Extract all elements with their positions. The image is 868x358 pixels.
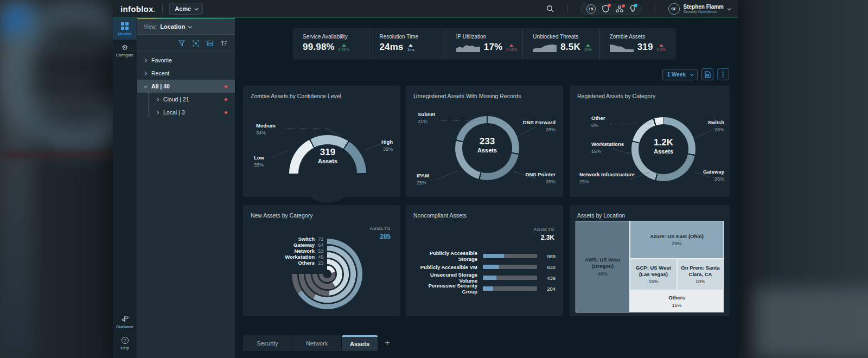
trend-up-icon [509, 44, 514, 47]
image-view-icon[interactable] [207, 40, 213, 47]
nav-label: Help [120, 346, 129, 350]
org-selector[interactable]: Acme [169, 3, 203, 15]
shield-icon[interactable] [602, 5, 609, 12]
time-range-select[interactable]: 1 Week [662, 69, 698, 80]
sort-icon[interactable] [221, 40, 227, 47]
tree-item-cloud[interactable]: Cloud | 21 [137, 93, 235, 106]
tree-item-recent[interactable]: Recent [137, 67, 235, 80]
card-assets-by-location: Assets by Location AWS: US West (Oregon)… [570, 205, 730, 316]
kpi-delta: 0.2% [657, 44, 666, 52]
treemap-block-azure[interactable]: Azure: US East (Ohio) 20% [630, 221, 723, 258]
card-noncompliant-assets: Noncompliant Assets ASSETS 2.3K Publicly… [406, 205, 563, 316]
card-title: Noncompliant Assets [406, 205, 563, 219]
tree-toolbar [137, 35, 235, 52]
card-total: ASSETS 2.3K [533, 227, 554, 241]
divider [162, 4, 163, 13]
kpi-strip: Service Availability 99.98% 0.01% Resolu… [293, 28, 676, 60]
add-tab-button[interactable]: + [385, 337, 390, 348]
kpi-delta: 1ms [407, 44, 414, 52]
chevron-right-icon [155, 97, 159, 101]
callout-other: Other 6% [591, 115, 605, 128]
donut-center: 233 Assets [462, 136, 512, 154]
callout-subnet: Subnet 21% [418, 111, 435, 124]
user-role: Security Operations [684, 10, 724, 14]
status-dot [225, 111, 227, 114]
export-report-button[interactable] [701, 68, 713, 80]
top-bar: infoblox. Acme 15 [113, 0, 738, 18]
tree-item-favorite[interactable]: Favorite [137, 54, 235, 67]
tree-label: Favorite [151, 57, 172, 63]
callout-switch: Switch 28% [707, 119, 724, 132]
nav-item-configure[interactable]: ⚙ Configure [113, 40, 137, 61]
callout-dns-pointer: DNS Pointer 26% [526, 171, 556, 184]
kpi-value: 99.98% [303, 42, 335, 53]
sparkline-icon [456, 43, 480, 52]
treemap-block-aws[interactable]: AWS: US West (Oregon) 40% [576, 221, 629, 312]
callout-gateway: Gateway 26% [703, 169, 724, 182]
leader-line [609, 124, 659, 124]
nav-item-help[interactable]: ? Help [113, 333, 137, 358]
kpi-value: 319 [637, 42, 653, 53]
card-title: Assets by Location [570, 205, 730, 219]
card-total: ASSETS 285 [369, 226, 391, 240]
monitor-grid-icon [121, 22, 129, 30]
card-title: Zombie Assets by Confidence Level [243, 86, 400, 99]
card-zombie-assets-confidence: Zombie Assets by Confidence Level 319 As… [243, 86, 400, 197]
tab-security[interactable]: Security [243, 335, 292, 351]
tree-item-local[interactable]: Local | 3 [137, 106, 235, 119]
view-selector[interactable]: View: Location [137, 19, 235, 35]
left-nav: Monitor ⚙ Configure Guidance ? Help [113, 18, 137, 358]
help-icon: ? [122, 337, 129, 344]
dashboard-controls: 1 Week ⋮ [662, 68, 729, 80]
scan-target-icon[interactable] [193, 40, 199, 47]
view-value: Location [160, 23, 185, 30]
view-panel: View: Location [137, 18, 235, 358]
leader-line [271, 150, 289, 158]
nav-item-guidance[interactable]: Guidance [113, 311, 137, 333]
treemap-block-others[interactable]: Others 15% [630, 291, 723, 312]
view-label: View: [144, 24, 157, 30]
treemap-block-gcp[interactable]: GCP: US West (Las Vegas) 15% [630, 259, 676, 290]
gear-icon: ⚙ [122, 44, 128, 51]
callout-low: Low 35% [254, 155, 264, 168]
chevron-right-icon [155, 110, 159, 114]
org-name: Acme [175, 5, 191, 12]
callout-ipam: IPAM 25% [417, 172, 429, 186]
alert-count-badge[interactable]: 15 [586, 4, 596, 14]
chevron-down-icon [195, 7, 199, 10]
alert-dot [608, 4, 611, 7]
kpi-label: Resolution Time [379, 34, 445, 40]
treemap-block-onprem[interactable]: On Prem: Santa Clara, CA 10% [678, 259, 723, 290]
infoblox-logo: infoblox. [120, 4, 156, 14]
tab-network[interactable]: Network [292, 335, 341, 351]
user-menu[interactable]: SF Stephen Flamm Security Operations [668, 3, 730, 15]
bar-row[interactable]: Unsecured Storage Volume 439 [406, 272, 563, 283]
bar-row[interactable]: Permissive Security Group 204 [406, 283, 563, 294]
status-dot [225, 85, 227, 88]
bar-track [483, 265, 537, 269]
kpi-value: 8.5K [560, 42, 580, 53]
bar-row[interactable]: Publicly Accessible VM 632 [406, 261, 563, 272]
trend-up-icon [342, 44, 346, 47]
kpi-value: 24ms [379, 42, 403, 53]
tree-item-all[interactable]: All | 40 [137, 80, 235, 93]
bar-fill [483, 286, 493, 291]
insight-bulb-icon[interactable] [630, 5, 636, 12]
dashboard-content: Service Availability 99.98% 0.01% Resolu… [235, 18, 738, 358]
app-window: infoblox. Acme 15 [113, 0, 738, 358]
notification-pill: 15 [580, 3, 642, 15]
callout-high: High 32% [381, 139, 393, 152]
signpost-icon [122, 315, 129, 323]
bar-row[interactable]: Publicly Accessible Storage 989 [406, 251, 563, 261]
card-unregistered-assets: Unregistered Assets With Missing Records… [406, 86, 563, 197]
chevron-down-icon [690, 72, 694, 76]
sparkline-icon [533, 43, 557, 52]
network-nodes-icon[interactable] [616, 5, 623, 12]
filter-icon[interactable] [178, 40, 185, 47]
more-options-button[interactable]: ⋮ [717, 68, 729, 80]
nav-item-monitor[interactable]: Monitor [113, 18, 137, 40]
info-dot [634, 4, 637, 7]
tab-assets[interactable]: Assets [342, 335, 378, 351]
chevron-right-icon [143, 71, 147, 75]
search-icon[interactable] [546, 5, 554, 12]
